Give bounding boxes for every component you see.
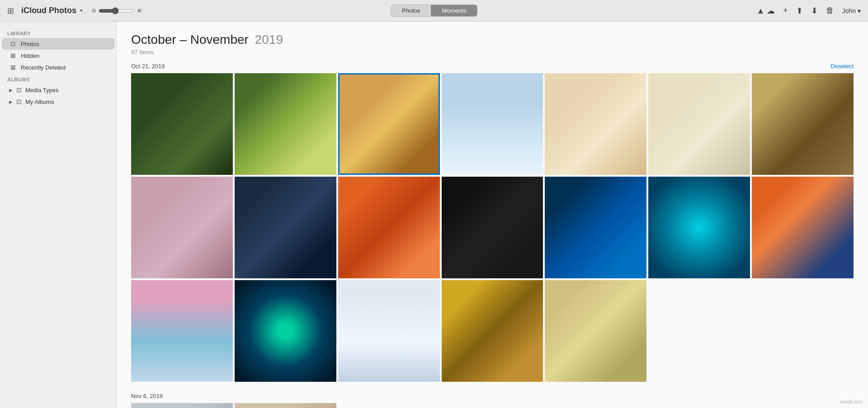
photo-cell[interactable] <box>545 73 646 175</box>
deselect-button[interactable]: Deselect <box>830 63 854 70</box>
photo-cell[interactable] <box>338 280 440 382</box>
share-icon[interactable]: ⬆ <box>796 6 803 16</box>
zoom-in-icon: ⊞ <box>137 8 142 14</box>
sidebar-item-recently-deleted[interactable]: ⊠ Recently Deleted <box>2 61 114 73</box>
sidebar-media-types-label: Media Types <box>25 87 58 94</box>
photo-cell[interactable] <box>545 177 646 278</box>
sidebar-item-hidden[interactable]: ⊠ Hidden <box>2 50 114 61</box>
my-albums-icon: ⊡ <box>16 98 22 105</box>
logo-chevron-icon[interactable]: ▾ <box>80 8 83 14</box>
albums-section-label: Albums <box>0 73 116 84</box>
photo-cell[interactable] <box>442 177 543 278</box>
sidebar-item-my-albums[interactable]: ▶ ⊡ My Albums <box>2 96 114 108</box>
date-section-nov6: Nov 6, 2019 <box>131 393 854 408</box>
photo-cell[interactable] <box>131 280 233 382</box>
photo-cell[interactable] <box>752 73 854 175</box>
app-logo: iCloud Photos <box>21 6 76 15</box>
app-name: Photos <box>49 6 76 15</box>
tab-group: Photos Moments <box>391 5 477 17</box>
date-section-oct21: Oct 21, 2019 Deselect <box>131 63 854 382</box>
sidebar-item-photos[interactable]: ⊡ Photos <box>2 38 114 50</box>
content-header: October – November 2019 97 Items <box>131 33 854 56</box>
user-menu[interactable]: John ▾ <box>842 7 861 14</box>
sidebar-my-albums-label: My Albums <box>25 98 54 105</box>
library-section-label: Library <box>0 27 116 38</box>
sidebar-hidden-label: Hidden <box>21 52 39 59</box>
sidebar-toggle-icon[interactable]: ⊞ <box>7 6 14 16</box>
title-year: 2019 <box>255 33 283 47</box>
main-layout: Library ⊡ Photos ⊠ Hidden ⊠ Recently Del… <box>0 22 868 408</box>
photo-cell[interactable] <box>338 177 440 278</box>
watermark: wsxdn.com <box>840 399 863 404</box>
date-label-nov6: Nov 6, 2019 <box>131 393 163 399</box>
photos-icon: ⊡ <box>9 40 17 47</box>
recently-deleted-icon: ⊠ <box>9 64 17 71</box>
date-label-row-oct21: Oct 21, 2019 Deselect <box>131 63 854 70</box>
zoom-out-icon: ⊟ <box>92 8 96 14</box>
content-subtitle: 97 Items <box>131 49 854 56</box>
photo-cell[interactable] <box>131 177 233 278</box>
tab-moments[interactable]: Moments <box>431 5 477 16</box>
top-bar: ⊞ iCloud Photos ▾ ⊟ ⊞ Photos Moments ▲ ☁… <box>0 0 868 22</box>
sidebar-recently-deleted-label: Recently Deleted <box>21 64 66 71</box>
page-title: October – November 2019 <box>131 33 854 47</box>
date-label-oct21: Oct 21, 2019 <box>131 63 165 70</box>
photo-cell[interactable] <box>235 73 336 175</box>
media-types-icon: ⊡ <box>16 86 22 94</box>
photo-cell[interactable] <box>235 403 336 408</box>
photo-grid-nov6 <box>131 403 854 408</box>
date-label-row-nov6: Nov 6, 2019 <box>131 393 854 399</box>
tab-photos[interactable]: Photos <box>391 5 431 16</box>
title-main: October – November <box>131 33 249 47</box>
zoom-bar: ⊟ ⊞ <box>92 7 142 14</box>
photo-cell[interactable] <box>338 73 440 175</box>
download-icon[interactable]: ⬇ <box>811 6 818 16</box>
right-actions: ▲ ☁ + ⬆ ⬇ 🗑 John ▾ <box>756 6 861 16</box>
photo-cell[interactable] <box>235 280 336 382</box>
upload-icon[interactable]: ▲ ☁ <box>756 6 775 16</box>
delete-icon[interactable]: 🗑 <box>826 6 834 15</box>
photo-cell[interactable] <box>545 280 646 382</box>
photo-cell[interactable] <box>235 177 336 278</box>
photo-cell[interactable] <box>752 177 854 278</box>
sidebar: Library ⊡ Photos ⊠ Hidden ⊠ Recently Del… <box>0 22 117 408</box>
sidebar-photos-label: Photos <box>21 41 39 47</box>
media-types-chevron-icon: ▶ <box>9 88 13 93</box>
zoom-slider[interactable] <box>99 7 135 14</box>
my-albums-chevron-icon: ▶ <box>9 99 13 104</box>
brand-name: iCloud <box>21 6 47 15</box>
photo-cell[interactable] <box>648 73 750 175</box>
photo-cell[interactable] <box>442 280 543 382</box>
photo-cell[interactable] <box>442 73 543 175</box>
content-area: October – November 2019 97 Items Oct 21,… <box>117 22 868 408</box>
sidebar-item-media-types[interactable]: ▶ ⊡ Media Types <box>2 84 114 96</box>
photo-grid-oct21-row1 <box>131 73 854 382</box>
photo-cell[interactable] <box>131 73 233 175</box>
hidden-icon: ⊠ <box>9 52 17 59</box>
add-icon[interactable]: + <box>783 6 788 15</box>
photo-cell[interactable] <box>648 177 750 278</box>
photo-cell[interactable] <box>131 403 233 408</box>
